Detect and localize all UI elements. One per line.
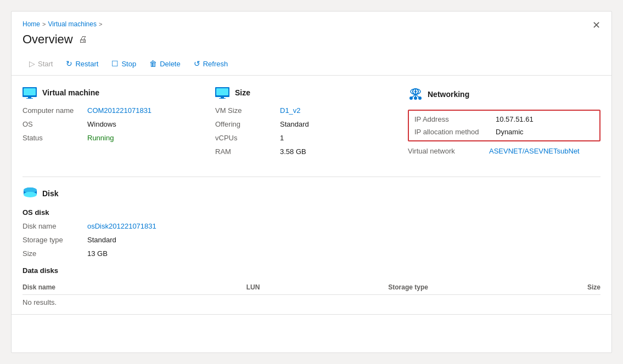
delete-icon: 🗑 xyxy=(149,59,157,68)
vm-section: Virtual machine Computer name COM2012210… xyxy=(23,87,215,161)
close-button[interactable]: ✕ xyxy=(592,20,600,30)
stop-label: Stop xyxy=(121,60,136,68)
no-results-row: No results. xyxy=(23,295,600,310)
page-title: Overview xyxy=(23,32,73,47)
data-disks-table: Disk name LUN Storage type Size No resul… xyxy=(23,281,600,310)
data-disks-table-head: Disk name LUN Storage type Size xyxy=(23,281,600,295)
vcpus-label: vCPUs xyxy=(215,134,276,142)
disk-section: Disk OS disk Disk name osDisk20122107183… xyxy=(23,186,600,310)
network-icon-svg xyxy=(408,87,423,101)
svg-rect-2 xyxy=(28,97,31,98)
breadcrumb-sep1: > xyxy=(42,21,46,27)
breadcrumb-sep2: > xyxy=(99,21,102,27)
ip-allocation-value: Dynamic xyxy=(496,128,524,136)
restart-button[interactable]: ↻ Restart xyxy=(59,56,105,71)
os-label: OS xyxy=(23,120,83,128)
disk-icon-svg xyxy=(23,186,38,199)
ip-address-value: 10.57.51.61 xyxy=(496,115,534,123)
svg-rect-1 xyxy=(24,88,36,95)
no-results-text: No results. xyxy=(23,295,600,310)
ram-value: 3.58 GB xyxy=(280,147,306,156)
breadcrumb: Home > Virtual machines > xyxy=(23,20,600,28)
os-disk-title: OS disk xyxy=(23,208,600,217)
computer-name-value[interactable]: COM201221071831 xyxy=(87,106,151,115)
delete-label: Delete xyxy=(160,60,181,68)
svg-rect-7 xyxy=(219,98,226,99)
bottom-separator xyxy=(12,314,611,315)
networking-section-label: Networking xyxy=(428,90,469,99)
breadcrumb-virtual-machines[interactable]: Virtual machines xyxy=(48,20,97,28)
ip-address-label: IP Address xyxy=(414,115,491,123)
disk-size-row: Size 13 GB xyxy=(23,249,600,258)
storage-type-value: Standard xyxy=(87,236,116,244)
vcpus-value: 1 xyxy=(280,134,284,142)
refresh-button[interactable]: ↺ Refresh xyxy=(187,56,235,71)
refresh-icon: ↺ xyxy=(194,59,200,68)
virtual-network-value[interactable]: ASEVNET/ASEVNETsubNet xyxy=(489,147,580,155)
networking-icon xyxy=(408,87,423,102)
stop-icon: ☐ xyxy=(111,59,119,68)
restart-label: Restart xyxy=(75,60,98,68)
networking-section: Networking IP Address 10.57.51.61 IP all… xyxy=(408,87,600,161)
vm-size-label: VM Size xyxy=(215,106,276,115)
svg-rect-3 xyxy=(26,98,33,99)
breadcrumb-home[interactable]: Home xyxy=(23,20,40,28)
refresh-label: Refresh xyxy=(203,60,228,68)
disk-size-value: 13 GB xyxy=(87,249,108,258)
panel-header: Home > Virtual machines > Overview 🖨 ✕ ▷… xyxy=(12,12,611,76)
networking-section-title: Networking xyxy=(408,87,600,102)
vm-size-row: VM Size D1_v2 xyxy=(215,106,408,115)
status-row: Status Running xyxy=(23,134,215,142)
info-sections: Virtual machine Computer name COM2012210… xyxy=(23,87,600,161)
ram-label: RAM xyxy=(215,147,276,156)
size-icon xyxy=(215,87,231,99)
vm-size-value[interactable]: D1_v2 xyxy=(280,106,301,115)
ip-allocation-row: IP allocation method Dynamic xyxy=(414,128,594,136)
delete-button[interactable]: 🗑 Delete xyxy=(143,56,187,71)
computer-name-row: Computer name COM201221071831 xyxy=(23,106,215,115)
virtual-network-row: Virtual network ASEVNET/ASEVNETsubNet xyxy=(408,147,600,155)
col-lun: LUN xyxy=(214,281,292,295)
svg-rect-5 xyxy=(216,88,228,95)
data-disks-title: Data disks xyxy=(23,266,600,275)
disk-section-icon xyxy=(23,186,38,201)
overview-panel: Home > Virtual machines > Overview 🖨 ✕ ▷… xyxy=(11,11,612,353)
disk-name-row: Disk name osDisk201221071831 xyxy=(23,222,600,230)
os-row: OS Windows xyxy=(23,120,215,128)
svg-rect-6 xyxy=(221,97,224,98)
disk-section-label: Disk xyxy=(42,189,59,198)
size-section-label: Size xyxy=(235,88,250,97)
virtual-network-label: Virtual network xyxy=(408,147,485,155)
disk-size-label: Size xyxy=(23,249,83,258)
offering-row: Offering Standard xyxy=(215,120,408,128)
start-button[interactable]: ▷ Start xyxy=(23,56,59,71)
vm-section-title: Virtual machine xyxy=(23,87,215,99)
storage-type-label: Storage type xyxy=(23,236,83,244)
disk-name-value[interactable]: osDisk201221071831 xyxy=(87,222,156,230)
offering-value: Standard xyxy=(280,120,309,128)
disk-name-label: Disk name xyxy=(23,222,83,230)
size-section: Size VM Size D1_v2 Offering Standard vCP… xyxy=(215,87,408,161)
stop-button[interactable]: ☐ Stop xyxy=(105,56,143,71)
col-size: Size xyxy=(524,281,600,295)
status-label: Status xyxy=(23,134,83,142)
size-section-title: Size xyxy=(215,87,408,99)
col-storage-type: Storage type xyxy=(293,281,524,295)
data-disks-table-header-row: Disk name LUN Storage type Size xyxy=(23,281,600,295)
virtual-machine-icon xyxy=(23,87,38,99)
computer-name-label: Computer name xyxy=(23,106,83,115)
disk-section-title: Disk xyxy=(23,186,600,201)
print-icon[interactable]: 🖨 xyxy=(78,35,87,44)
data-disks-table-body: No results. xyxy=(23,295,600,310)
ram-row: RAM 3.58 GB xyxy=(215,147,408,156)
ip-allocation-label: IP allocation method xyxy=(414,128,491,136)
svg-point-21 xyxy=(24,187,37,193)
start-label: Start xyxy=(38,60,53,68)
vcpus-row: vCPUs 1 xyxy=(215,134,408,142)
vm-section-icon xyxy=(23,87,38,99)
ip-address-row: IP Address 10.57.51.61 xyxy=(414,115,594,123)
vm-section-label: Virtual machine xyxy=(42,88,99,97)
restart-icon: ↻ xyxy=(66,59,72,68)
networking-highlighted-box: IP Address 10.57.51.61 IP allocation met… xyxy=(408,110,600,141)
section-divider xyxy=(23,177,600,177)
